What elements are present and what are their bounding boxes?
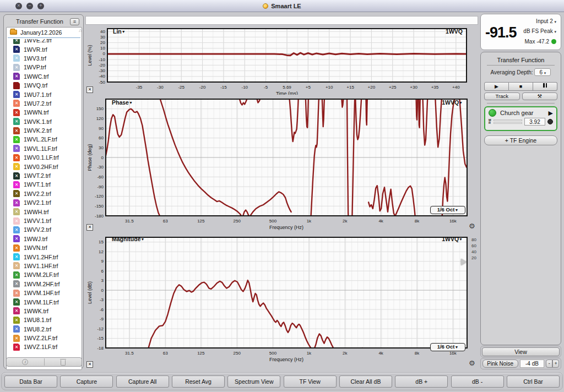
toolbar-button[interactable]: Capture — [60, 375, 113, 388]
input-select[interactable]: Input 2 ▾ — [536, 18, 556, 24]
magnitude-type-dropdown[interactable]: Magnitude▼ — [112, 236, 144, 242]
svg-text:31.5: 31.5 — [125, 219, 134, 224]
file-item[interactable]: ✕ 1WV1.2HF.trf — [7, 252, 82, 261]
engine-delay-value[interactable]: 3.92 — [524, 118, 545, 126]
file-item[interactable]: ✕ 1WVT.1.trf — [7, 180, 82, 189]
file-item[interactable]: ✕ 1WVE.2.trf — [7, 39, 82, 45]
engine-level-slider[interactable] — [494, 119, 522, 124]
file-item[interactable]: ✕ 1WV2.2.trf — [7, 189, 82, 198]
play-button[interactable]: ▶ — [484, 82, 509, 91]
svg-text:-10: -10 — [99, 57, 105, 62]
stop-button[interactable]: ■ — [509, 82, 533, 91]
view-button[interactable]: View — [482, 347, 560, 356]
pink-noise-button[interactable]: Pink Noise — [482, 360, 518, 368]
svg-text:-30: -30 — [99, 68, 105, 73]
file-item[interactable]: ✕ 1WVM.2LF.trf — [7, 270, 82, 279]
file-item[interactable]: ✕ 1WVL.2LF.trf — [7, 135, 82, 144]
tools-button[interactable]: ⚒ — [522, 92, 558, 100]
file-item[interactable]: ✕ 1WVP.trf — [7, 63, 82, 72]
scroll-up-icon[interactable]: △ — [78, 28, 83, 32]
file-item[interactable]: ✕ 1WVK.1.trf — [7, 117, 82, 126]
file-item[interactable]: ✕ 1WVZ.1LF.trf — [7, 342, 82, 351]
lin-trace-label: 1WVQ — [419, 28, 463, 35]
meter-unit-select[interactable]: dB FS Peak ▾ — [523, 28, 556, 34]
file-item[interactable]: ✕ 1WVT.2.trf — [7, 171, 82, 180]
file-item[interactable]: ✕ 1WU8.2.trf — [7, 325, 82, 334]
file-item[interactable]: ✕ 1WWH.trf — [7, 207, 82, 216]
file-item[interactable]: ✕ 1WV0.2HF.trf — [7, 162, 82, 171]
engine-record-button[interactable] — [547, 119, 553, 124]
file-item[interactable]: ✕ 1WWJ.trf — [7, 235, 82, 243]
level-increase-button[interactable]: + — [552, 360, 559, 368]
coherence-slider-handle[interactable] — [461, 259, 467, 265]
toolbar-button[interactable]: Ctrl Bar — [507, 375, 560, 388]
track-button[interactable]: Track — [484, 92, 520, 100]
file-item[interactable]: ✕ 1WU8.1.trf — [7, 315, 82, 324]
toolbar-button[interactable]: dB - — [451, 375, 504, 388]
file-item[interactable]: ✕ 1WWK.trf — [7, 307, 82, 315]
info-button[interactable]: i — [7, 359, 44, 365]
magnitude-close-button[interactable]: ✕ — [86, 361, 93, 368]
file-item[interactable]: ✕ 1WVM.2HF.trf — [7, 280, 82, 288]
file-item[interactable]: ✕ 1WWN.trf — [7, 108, 82, 117]
svg-text:20: 20 — [471, 255, 476, 260]
file-item[interactable]: ✕ 1WU7.1.trf — [7, 90, 82, 99]
level-decrease-button[interactable]: - — [546, 360, 552, 368]
toolbar-button[interactable]: dB + — [395, 375, 448, 388]
magnitude-chart[interactable]: 31.5631252505001k2k4k8k16k15129630-3-6-9… — [85, 231, 478, 370]
phase-trace-dropdown[interactable]: 1WVQ▼ — [419, 99, 463, 106]
magnitude-trace-dropdown[interactable]: 1WVQ▼ — [419, 236, 463, 242]
dropdown-arrow-icon: ▼ — [459, 101, 463, 105]
lin-chart[interactable]: -35-30-25-20-15-10-55.69+5+10+15+20+25+3… — [85, 25, 478, 95]
file-item[interactable]: ✕ 1WVN.trf — [7, 243, 82, 252]
file-item[interactable]: ✕ 1WVL.1LF.trf — [7, 144, 82, 153]
svg-text:40: 40 — [100, 29, 105, 34]
svg-text:-150: -150 — [95, 204, 104, 209]
svg-text:125: 125 — [197, 351, 205, 356]
folder-row[interactable]: January12.2026 — [7, 28, 82, 37]
tf-engine-box[interactable]: Church gear ▶ MR 3.92 — [484, 106, 557, 131]
toolbar-button[interactable]: Data Bar — [4, 375, 57, 388]
magnitude-octave-dropdown[interactable]: 1/6 Oct▼ — [430, 343, 465, 351]
averaging-depth-select[interactable]: 6 ▾ — [534, 68, 551, 76]
svg-text:0: 0 — [101, 288, 104, 293]
phase-settings-gear-icon[interactable]: ⚙ — [469, 222, 475, 230]
toolbar-button[interactable]: Clear All dB — [339, 375, 392, 388]
delete-button[interactable] — [45, 359, 82, 366]
file-item[interactable]: ✕ 1WVM.1LF.trf — [7, 297, 82, 306]
file-item[interactable]: ✕ 1WV0.1.LF.trf — [7, 153, 82, 162]
svg-text:-3: -3 — [100, 297, 104, 302]
file-item[interactable]: ✕ 1WV2.1.trf — [7, 198, 82, 207]
lin-close-button[interactable]: ✕ — [86, 86, 93, 93]
file-item[interactable]: ✕ 1WVZ.2LF.trf — [7, 334, 82, 342]
folder-separator — [8, 37, 80, 38]
engine-run-icon[interactable]: ▶ — [549, 110, 553, 117]
list-scrollbar[interactable]: △ ▽ — [78, 27, 83, 369]
svg-text:5.69: 5.69 — [283, 85, 291, 90]
file-item[interactable]: ✕ 1WVM.1HF.trf — [7, 288, 82, 297]
magnitude-settings-gear-icon[interactable]: ⚙ — [469, 360, 475, 367]
file-item[interactable]: ✕ 1WWC.trf — [7, 72, 82, 81]
file-item[interactable]: ✕ 1WVV.1.trf — [7, 216, 82, 225]
sidebar-menu-icon[interactable]: ≡ — [70, 18, 79, 25]
lin-type-dropdown[interactable]: Lin▼ — [113, 28, 126, 35]
toolbar-button[interactable]: Capture All — [116, 375, 169, 388]
phase-type-dropdown[interactable]: Phase▼ — [112, 99, 133, 106]
file-item[interactable]: ✕ 1WU7.2.trf — [7, 99, 82, 108]
toolbar-button[interactable]: Spectrum View — [227, 375, 280, 388]
file-item[interactable]: ✕ 1WV1.1HF.trf — [7, 262, 82, 270]
file-item[interactable]: ✕ 1WVV.2.trf — [7, 225, 82, 234]
add-tf-engine-button[interactable]: + TF Engine — [484, 135, 557, 145]
phase-octave-dropdown[interactable]: 1/6 Oct▼ — [430, 206, 465, 214]
file-item[interactable]: ✕ 1WVK.2.trf — [7, 126, 82, 135]
file-item[interactable]: ✕ 1WVR.trf — [7, 45, 82, 53]
svg-text:63: 63 — [163, 351, 168, 356]
phase-chart[interactable]: 31.5631252505001k2k4k8k16k1501209060300-… — [85, 95, 478, 231]
svg-text:16k: 16k — [449, 351, 457, 356]
phase-close-button[interactable]: ✕ — [86, 224, 93, 231]
file-item[interactable]: 1WVQ.trf — [7, 81, 82, 90]
toolbar-button[interactable]: Reset Avg — [172, 375, 225, 388]
pause-button[interactable] — [533, 82, 557, 91]
toolbar-button[interactable]: TF View — [284, 375, 337, 388]
file-item[interactable]: ✕ 1WV3.trf — [7, 54, 82, 63]
